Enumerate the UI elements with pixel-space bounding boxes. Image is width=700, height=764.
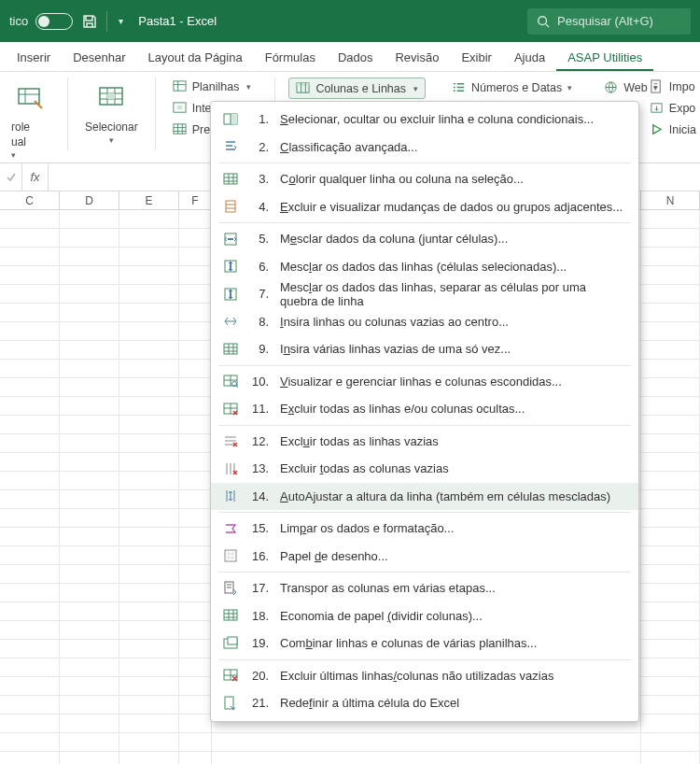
menu-item-19[interactable]: 19.Combinar linhas e colunas de várias p… xyxy=(211,630,638,658)
autosave-toggle[interactable] xyxy=(35,13,73,30)
svg-rect-28 xyxy=(228,637,237,644)
menu-item-15[interactable]: 15.Limpar os dados e formatação... xyxy=(211,515,638,543)
menu-item-11[interactable]: 11.Excluir todas as linhas e/ou colunas … xyxy=(211,395,638,423)
numeros-datas-dropdown[interactable]: Números e Datas▾ xyxy=(446,78,578,97)
menu-icon xyxy=(222,695,239,712)
menu-num: 21. xyxy=(250,696,269,710)
search-box[interactable]: Pesquisar (Alt+G) xyxy=(527,8,691,35)
ribbon-tabs: Inserir Desenhar Layout da Página Fórmul… xyxy=(0,42,700,72)
role-button[interactable]: role ual ▾ xyxy=(7,78,54,162)
menu-label: Excluir todas as colunas vazias xyxy=(280,461,449,475)
menu-item-9[interactable]: 9.Insira várias linhas vazias de uma só … xyxy=(211,335,638,363)
chevron-down-icon: ▾ xyxy=(109,135,114,145)
planilhas-button[interactable]: Planilhas▾ xyxy=(169,78,262,95)
menu-item-13[interactable]: 13.Excluir todas as colunas vazias xyxy=(211,455,638,483)
planilhas-label: Planilhas xyxy=(192,80,240,93)
menu-item-6[interactable]: 6.Mesclar os dados das linhas (células s… xyxy=(211,253,638,281)
menu-icon xyxy=(222,580,239,597)
tab-ajuda[interactable]: Ajuda xyxy=(503,44,556,71)
svg-rect-6 xyxy=(176,106,182,110)
menu-num: 20. xyxy=(250,669,269,683)
colunas-linhas-dropdown[interactable]: Colunas e Linhas▾ xyxy=(288,78,426,99)
menu-item-12[interactable]: 12.Excluir todas as linhas vazias xyxy=(211,428,638,456)
menu-label: Insira linhas ou colunas vazias ao centr… xyxy=(280,315,509,329)
menu-icon xyxy=(222,111,239,128)
menu-label: AutoAjustar a altura da linha (também em… xyxy=(280,489,610,503)
numeros-datas-label: Números e Datas xyxy=(471,81,562,94)
iniciar-label: Inicia xyxy=(669,123,696,136)
col-e[interactable]: E xyxy=(119,191,179,209)
menu-num: 4. xyxy=(250,200,269,214)
colunas-linhas-label: Colunas e Linhas xyxy=(315,82,406,95)
menu-item-8[interactable]: 8.Insira linhas ou colunas vazias ao cen… xyxy=(211,308,638,336)
menu-num: 3. xyxy=(250,172,269,186)
menu-icon xyxy=(222,520,239,537)
col-n[interactable]: N xyxy=(641,191,700,209)
menu-num: 18. xyxy=(250,609,269,623)
importar-button[interactable]: Impo xyxy=(646,78,700,95)
colunas-linhas-menu: 1.Selecionar, ocultar ou excluir linha e… xyxy=(210,101,639,722)
menu-icon xyxy=(222,667,239,684)
menu-icon xyxy=(222,258,239,275)
menu-icon xyxy=(222,313,239,330)
ual-label: ual xyxy=(11,135,26,149)
menu-icon xyxy=(222,432,239,449)
menu-label: Papel de desenho... xyxy=(280,549,388,563)
menu-item-10[interactable]: 10.Visualizar e gerenciar linhas e colun… xyxy=(211,368,638,396)
chevron-down-icon: ▾ xyxy=(11,150,16,160)
tab-asap-utilities[interactable]: ASAP Utilities xyxy=(556,44,653,71)
menu-label: Mesclar os dados das linhas, separar as … xyxy=(280,280,627,308)
menu-num: 5. xyxy=(250,232,269,246)
menu-label: Selecionar, ocultar ou excluir linha e c… xyxy=(280,112,594,126)
save-button[interactable] xyxy=(80,12,99,31)
menu-icon xyxy=(222,607,239,624)
tab-desenhar[interactable]: Desenhar xyxy=(62,44,136,71)
tab-inserir[interactable]: Inserir xyxy=(6,44,62,71)
selecionar-button[interactable]: Selecionar ▾ xyxy=(81,78,142,147)
menu-label: Excluir todas as linhas e/ou colunas ocu… xyxy=(280,402,525,416)
menu-item-20[interactable]: 20.Excluir últimas linhas/colunas não ut… xyxy=(211,662,638,690)
menu-item-5[interactable]: 5.Mesclar dados da coluna (juntar célula… xyxy=(211,225,638,253)
exportar-button[interactable]: Expo xyxy=(646,99,700,117)
search-icon xyxy=(537,15,550,28)
fx-button[interactable]: fx xyxy=(22,163,49,191)
menu-item-18[interactable]: 18.Economia de papel (dividir colunas)..… xyxy=(211,602,638,630)
qat-chevron-icon[interactable]: ▾ xyxy=(115,16,127,26)
col-c[interactable]: C xyxy=(0,191,60,209)
menu-label: Mesclar os dados das linhas (células sel… xyxy=(280,260,567,274)
menu-icon xyxy=(222,488,239,504)
svg-rect-3 xyxy=(107,93,115,99)
menu-num: 11. xyxy=(250,402,269,416)
menu-num: 10. xyxy=(250,375,269,389)
tab-dados[interactable]: Dados xyxy=(327,44,385,71)
col-d[interactable]: D xyxy=(60,191,119,209)
menu-icon xyxy=(222,635,239,652)
exportar-label: Expo xyxy=(669,102,696,115)
tab-layout[interactable]: Layout da Página xyxy=(137,44,254,71)
menu-item-17[interactable]: 17.Transpor as colunas em várias etapas.… xyxy=(211,574,638,602)
tab-exibir[interactable]: Exibir xyxy=(450,44,503,71)
menu-item-1[interactable]: 1.Selecionar, ocultar ou excluir linha e… xyxy=(211,106,638,134)
menu-item-4[interactable]: 4.Excluir e visualizar mudanças de dados… xyxy=(211,193,638,221)
menu-icon xyxy=(222,373,239,389)
iniciar-button[interactable]: Inicia xyxy=(646,120,700,138)
menu-item-7[interactable]: 7.Mesclar os dados das linhas, separar a… xyxy=(211,280,638,308)
tab-formulas[interactable]: Fórmulas xyxy=(254,44,327,71)
menu-item-2[interactable]: 2.Classificação avançada... xyxy=(211,134,638,162)
fx-confirm-icon[interactable] xyxy=(0,163,22,191)
menu-num: 14. xyxy=(250,489,269,503)
menu-icon xyxy=(222,171,239,188)
menu-item-21[interactable]: 21.Redefinir a última célula do Excel xyxy=(211,689,638,717)
tab-revisao[interactable]: Revisão xyxy=(384,44,450,71)
col-f[interactable]: F xyxy=(179,191,212,209)
importar-label: Impo xyxy=(669,80,695,93)
menu-label: Visualizar e gerenciar linhas e colunas … xyxy=(280,375,562,389)
menu-item-16[interactable]: 16.Papel de desenho... xyxy=(211,543,638,571)
menu-label: Excluir últimas linhas/colunas não utili… xyxy=(280,669,553,683)
menu-num: 2. xyxy=(250,140,269,154)
menu-item-3[interactable]: 3.Colorir qualquer linha ou coluna na se… xyxy=(211,165,638,193)
menu-item-14[interactable]: 14.AutoAjustar a altura da linha (também… xyxy=(211,483,638,511)
title-bar: tico ▾ Pasta1 - Excel Pesquisar (Alt+G) xyxy=(0,0,700,42)
menu-label: Redefinir a última célula do Excel xyxy=(280,696,459,710)
menu-num: 8. xyxy=(250,315,269,329)
